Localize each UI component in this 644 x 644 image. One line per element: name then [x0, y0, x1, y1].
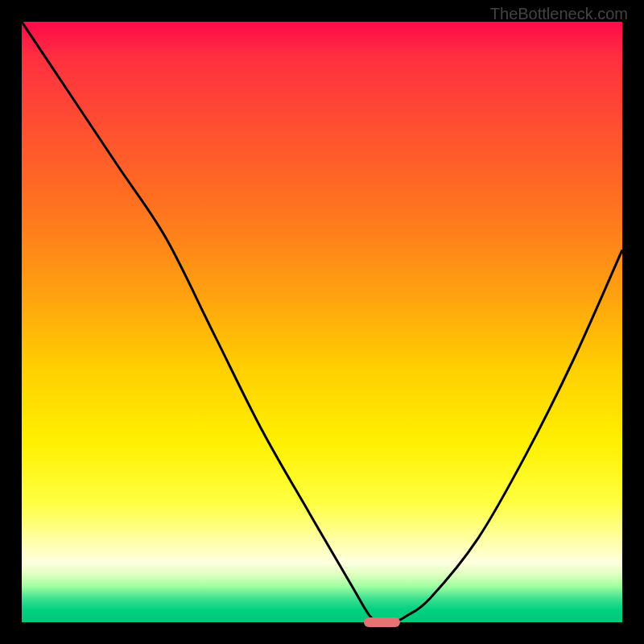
minimum-marker: [364, 617, 400, 627]
chart-plot-area: [22, 22, 622, 622]
bottleneck-curve: [22, 22, 622, 622]
watermark-text: TheBottleneck.com: [490, 5, 628, 23]
